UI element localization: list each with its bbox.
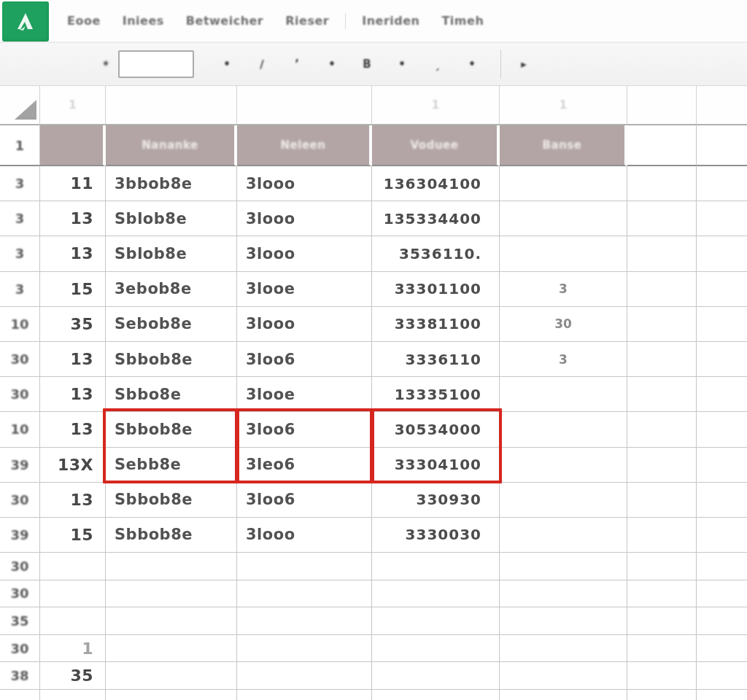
cell[interactable]: 3 [500,342,627,377]
dot-icon[interactable]: • [392,58,411,71]
cell[interactable] [697,553,747,580]
comma-icon[interactable]: ˏ [427,58,446,71]
cell[interactable] [500,483,627,518]
cell[interactable] [40,690,106,700]
cell[interactable] [237,635,372,663]
cell[interactable]: 13 [40,201,106,236]
cell[interactable]: Sblob8e [106,236,237,271]
cell[interactable] [627,201,697,236]
cell[interactable] [697,201,747,236]
cell[interactable]: Sebob8e [106,307,237,342]
cell[interactable] [627,166,697,201]
cell[interactable] [697,377,747,412]
cell[interactable] [697,236,747,271]
row-header[interactable]: 39 [0,518,40,553]
header-cell-empty[interactable] [40,125,106,166]
cell[interactable]: Sbbob8e [106,342,237,377]
cell[interactable]: 15 [40,272,106,307]
menu-tab[interactable]: Eooe [67,14,101,28]
cell[interactable] [627,580,697,608]
cell[interactable] [627,377,697,412]
cell[interactable] [697,580,747,608]
cell[interactable] [627,236,697,271]
header-cell[interactable]: Neleen [237,125,372,166]
cell[interactable] [106,607,237,635]
header-cell[interactable]: Voduee [372,125,500,166]
row-header[interactable]: 30 [0,553,40,580]
cell[interactable] [697,662,747,690]
cell[interactable]: Sblob8e [106,201,237,236]
column-header-a[interactable]: 1 [40,86,106,125]
dot-icon[interactable]: • [102,58,109,71]
column-header-b[interactable] [106,86,237,125]
cell[interactable]: 3looo [237,201,372,236]
cell[interactable]: 330930 [372,483,500,518]
cell[interactable] [500,690,627,700]
cell[interactable] [627,690,697,700]
row-header[interactable]: 3 [0,201,40,236]
cell[interactable] [697,483,747,518]
cell[interactable]: 35 [40,307,106,342]
cell[interactable] [627,518,697,553]
cell[interactable]: 3bbob8e [106,166,237,201]
row-header[interactable]: 10 [0,412,40,447]
cell[interactable] [40,580,106,608]
row-header[interactable]: 38 [0,662,40,690]
cell[interactable]: 3536110. [372,236,500,271]
row-header[interactable]: 30 [0,635,40,663]
cell[interactable]: 3looo [237,518,372,553]
cell[interactable] [106,635,237,663]
cell[interactable] [697,166,747,201]
cell[interactable] [500,377,627,412]
cell[interactable] [500,236,627,271]
cell[interactable] [627,607,697,635]
cell[interactable] [697,635,747,663]
cell[interactable]: 33381100 [372,307,500,342]
cell[interactable] [106,553,237,580]
cell[interactable] [372,553,500,580]
cell[interactable] [372,662,500,690]
cell[interactable] [500,635,627,663]
row-header[interactable]: 1 [0,125,40,166]
cell[interactable] [697,307,747,342]
cell[interactable]: 3ebob8e [106,272,237,307]
cell[interactable] [237,607,372,635]
cell[interactable] [627,635,697,663]
cell[interactable]: 3looo [237,236,372,271]
cell[interactable] [500,201,627,236]
cell[interactable]: 3loo6 [237,342,372,377]
cell[interactable] [697,607,747,635]
column-header-f[interactable] [627,86,697,125]
name-box-input[interactable] [118,50,194,78]
column-header-d[interactable]: 1 [372,86,500,125]
select-all-corner[interactable] [0,86,40,125]
row-header[interactable]: 39 [0,448,40,483]
cell[interactable] [500,553,627,580]
cell[interactable]: 135334400 [372,201,500,236]
cell[interactable]: 136304100 [372,166,500,201]
cell[interactable] [627,412,697,447]
cell[interactable] [106,662,237,690]
cell[interactable] [237,580,372,608]
cell[interactable]: 3330030 [372,518,500,553]
cell[interactable]: 3looe [237,272,372,307]
menu-tab[interactable]: Betweicher [186,14,263,28]
cell[interactable] [500,662,627,690]
cell[interactable] [627,125,697,166]
cell[interactable] [372,607,500,635]
column-header-c[interactable] [237,86,372,125]
cell[interactable]: 3336110 [372,342,500,377]
row-header[interactable]: 30 [0,377,40,412]
cell[interactable] [627,483,697,518]
cell[interactable] [627,553,697,580]
row-header[interactable]: 10 [0,307,40,342]
cell[interactable] [500,580,627,608]
cell[interactable] [697,412,747,447]
row-header[interactable]: 30 [0,483,40,518]
cell[interactable] [372,580,500,608]
cell[interactable]: 33301100 [372,272,500,307]
cell[interactable] [106,690,237,700]
cell[interactable] [500,166,627,201]
cell[interactable]: 3looo [237,166,372,201]
cell[interactable]: 13 [40,483,106,518]
